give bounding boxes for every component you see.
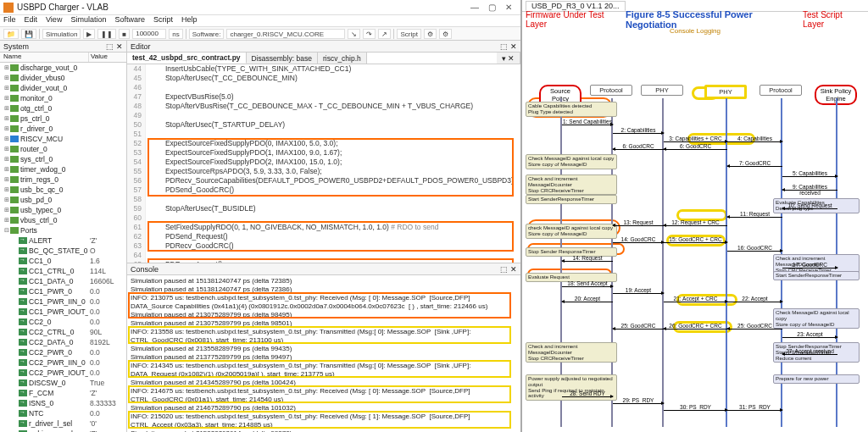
spec-diagram-pane: USB_PD_R3_0 V1.1 20... Firmware Under Te… — [522, 0, 868, 432]
tree-item[interactable]: ⊞otg_ctrl_0 — [0, 103, 126, 114]
menu-edit[interactable]: Edit — [25, 15, 38, 26]
open-icon[interactable]: 📁 — [3, 29, 19, 39]
console-line: Simulation paused at 151381240747 ps (de… — [131, 285, 517, 294]
sequence-message: 9: Capabilities received — [782, 186, 837, 193]
system-tree[interactable]: ⊞discharge_vout_0⊞divider_vbus0⊞divider_… — [0, 63, 126, 432]
code-line: 64 — [127, 251, 520, 260]
sequence-message: 5: Capabilities — [782, 173, 837, 180]
script-config-icon[interactable]: ⚙ — [439, 29, 452, 39]
tree-item[interactable]: ⊞ps_ctrl_0 — [0, 114, 126, 124]
tree-item[interactable]: ⊞usb_typec_0 — [0, 205, 126, 215]
menu-script[interactable]: Script — [153, 15, 173, 26]
tree-item[interactable]: ⊞divider_vout_0 — [0, 83, 126, 93]
code-line: 44 InsertUsbCable(TYPE_C_WITH_SINK_ATTAC… — [127, 64, 520, 74]
sim-time-input[interactable] — [132, 29, 166, 39]
code-line: 48 StopAfterVBusRise(T_CC_DEBOUNCE_MAX -… — [127, 102, 520, 111]
close-button[interactable]: ✕ — [500, 3, 517, 12]
col-name[interactable]: Name — [0, 53, 88, 62]
lane-label: Protocol — [590, 85, 632, 96]
sequence-message: 7: GoodCRC — [727, 163, 782, 169]
pause-icon[interactable]: ❚❚ — [97, 29, 116, 39]
code-line: 47 ExpectVBusRise(5.0) — [127, 92, 520, 102]
console-line: INFO: 213558 us: testbench.usbpd.test_su… — [131, 328, 517, 336]
stop-icon[interactable]: ■ — [119, 29, 130, 39]
code-line: 59 StopAfterUsec(T_BUSIDLE) — [127, 204, 520, 213]
system-title: System — [3, 42, 29, 51]
code-line: 57 PDSend_GoodCRC() — [127, 186, 520, 195]
tree-item[interactable]: ⊞timer_wdog_0 — [0, 164, 126, 174]
tree-item[interactable]: ⊞r_driver_0 — [0, 124, 126, 134]
menu-software[interactable]: Software — [114, 15, 145, 26]
code-line: 60 — [127, 213, 520, 223]
port-item[interactable]: r_driver_r_sel'Z' — [0, 429, 126, 432]
menu-help[interactable]: Help — [181, 15, 198, 26]
sequence-message: 23: Accept — [782, 334, 837, 341]
editor-tabs: test_42_usbpd_src_contract.py Disassembl… — [127, 53, 520, 64]
tab-disassembly[interactable]: Disassembly: base — [247, 53, 318, 64]
menu-file[interactable]: File — [3, 15, 16, 26]
menu-simulation[interactable]: Simulation — [70, 15, 106, 26]
play-icon[interactable]: ▶ — [83, 29, 95, 39]
toolbar-simulation-label: Simulation — [42, 29, 81, 39]
sequence-message: 22: Accept — [727, 298, 782, 305]
sequence-message: 25: GoodCRC — [613, 325, 664, 332]
tree-item[interactable]: ⊞trim_regs_0 — [0, 174, 126, 185]
editor-close-icon[interactable]: ⬚ ✕ — [500, 42, 517, 51]
code-line: 54 ExpectSourceFixedSupplyPDO(2, IMAX100… — [127, 158, 520, 167]
menu-view[interactable]: View — [46, 15, 62, 26]
maximize-button[interactable]: ▢ — [483, 3, 500, 12]
console-line: Simulation paused at 213075289799 ps (de… — [131, 319, 517, 328]
diagram-tab[interactable]: USB_PD_R3_0 V1.1 20... — [526, 1, 626, 11]
save-icon[interactable]: 💾 — [21, 29, 36, 39]
code-line: 63 PDRecv_GoodCRC() — [127, 241, 520, 251]
software-core-select[interactable]: charger_0.RISCV_MCU.CORE — [226, 29, 345, 39]
tree-item[interactable]: ⊞usb_bc_qc_0 — [0, 185, 126, 195]
system-close-icon[interactable]: ⬚ ✕ — [106, 42, 123, 51]
tree-item[interactable]: ⊞RISCV_MCU — [0, 134, 126, 144]
sequence-message: 11: Request — [727, 213, 782, 220]
tree-item[interactable]: ⊞usb_pd_0 — [0, 195, 126, 205]
firmware-layer-label: Firmware Under Test Layer — [526, 10, 626, 29]
col-value[interactable]: Value — [88, 53, 126, 62]
console-output[interactable]: Simulation paused at 151381240747 ps (de… — [127, 275, 520, 432]
tab-testfile[interactable]: test_42_usbpd_src_contract.py — [127, 53, 247, 64]
test-script-layer-label: Test Script Layer — [803, 10, 865, 29]
tree-item[interactable]: ⊞discharge_vout_0 — [0, 63, 126, 73]
window-title: USBPD Charger - VLAB — [17, 3, 466, 12]
editor-panel: Editor ⬚ ✕ test_42_usbpd_src_contract.py… — [127, 41, 520, 432]
tree-item[interactable]: ⊞sys_ctrl_0 — [0, 154, 126, 164]
minimize-button[interactable]: — — [466, 3, 483, 12]
sequence-message: 29: PS_RDY — [613, 400, 664, 407]
menubar: File Edit View Simulation Software Scrip… — [0, 15, 520, 27]
code-line: 46 — [127, 83, 520, 92]
code-line: 52 ExpectSourceFixedSupplyPDO(0, IMAX100… — [127, 139, 520, 148]
step-out-icon[interactable]: ↗ — [378, 29, 391, 39]
code-editor[interactable]: 44 InsertUsbCable(TYPE_C_WITH_SINK_ATTAC… — [127, 64, 520, 263]
source-action-box: Start SenderResponseTimer — [526, 195, 617, 204]
console-line: Simulation paused at 213558289799 ps (de… — [131, 345, 517, 353]
code-line: 58 — [127, 195, 520, 204]
step-over-icon[interactable]: ↷ — [363, 29, 376, 39]
sim-time-unit[interactable]: ns — [169, 29, 182, 39]
sequence-message: 13: Request — [613, 222, 664, 229]
console-panel: Console ⬚ ✕ Simulation paused at 1513812… — [127, 263, 520, 432]
code-line: 62 PDSend_Request() — [127, 232, 520, 241]
sequence-message: 25: GoodCRC — [727, 325, 782, 332]
sink-action-box: Start SenderResponseTimer — [773, 271, 860, 280]
tree-item[interactable]: ⊞divider_vbus0 — [0, 73, 126, 83]
sequence-message: 14: Request — [562, 258, 613, 264]
tree-item[interactable]: ⊞router_0 — [0, 144, 126, 154]
console-close-icon[interactable]: ⬚ ✕ — [500, 265, 517, 274]
tab-header[interactable]: riscv_chip.h — [318, 53, 367, 64]
tree-item[interactable]: ⊞vbus_ctrl_0 — [0, 215, 126, 225]
console-line: DATA_Request (0x1082)(1) (0x2005019a)[ )… — [131, 370, 517, 379]
step-into-icon[interactable]: ↘ — [348, 29, 360, 39]
tree-item[interactable]: ⊞monitor_0 — [0, 93, 126, 103]
system-panel: System ⬚ ✕ Name Value ⊞discharge_vout_0⊞… — [0, 41, 127, 432]
tabs-more-icon[interactable]: ▾ ✕ — [497, 53, 520, 64]
script-run-icon[interactable]: ⚙ — [424, 29, 437, 39]
sequence-message: 27: Accept received — [782, 351, 837, 357]
lane-label: Protocol — [760, 85, 802, 96]
code-line: 49 — [127, 111, 520, 120]
sequence-message: 31: PS_RDY — [727, 407, 782, 413]
